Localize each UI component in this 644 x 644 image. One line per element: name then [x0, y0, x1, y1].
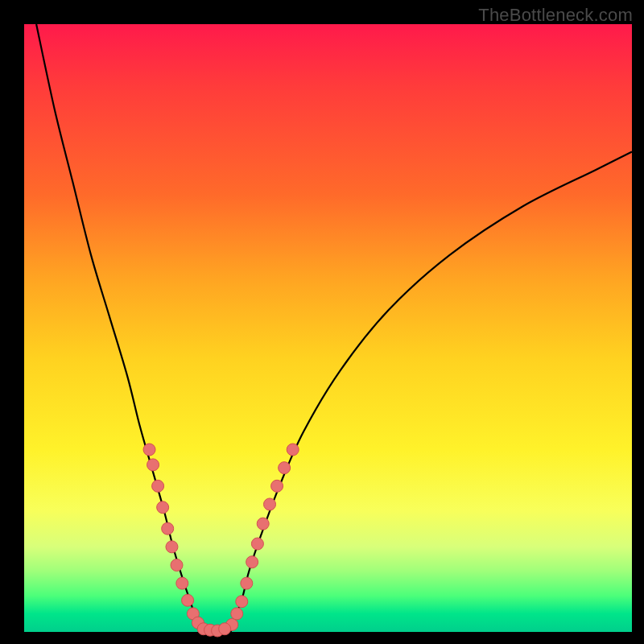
highlight-dot	[166, 541, 178, 553]
highlight-dot	[182, 594, 194, 606]
highlight-dot	[231, 608, 243, 620]
highlight-dot	[241, 577, 253, 589]
highlight-dot	[279, 462, 291, 474]
highlight-dot	[152, 480, 164, 492]
right-curve	[231, 152, 632, 632]
highlight-dot	[264, 498, 276, 510]
highlight-dot	[246, 556, 258, 568]
highlight-dot	[171, 559, 183, 571]
highlight-dot	[236, 596, 248, 608]
watermark-label: TheBottleneck.com	[478, 5, 633, 26]
highlight-dot	[162, 522, 174, 535]
highlight-dot	[176, 577, 188, 589]
curves-svg	[24, 24, 632, 632]
highlight-dot	[143, 444, 155, 456]
highlight-dot	[251, 538, 263, 550]
highlight-dot	[157, 502, 169, 514]
chart-frame: TheBottleneck.com	[0, 0, 644, 644]
plot-area	[24, 24, 632, 632]
highlight-dot	[287, 444, 299, 456]
highlight-dot	[147, 459, 159, 471]
highlight-dot	[219, 623, 231, 635]
highlight-dots-bottom	[197, 623, 230, 637]
left-curve	[36, 24, 200, 632]
highlight-dots-right	[226, 444, 299, 630]
highlight-dot	[271, 480, 283, 492]
highlight-dot	[257, 518, 269, 530]
